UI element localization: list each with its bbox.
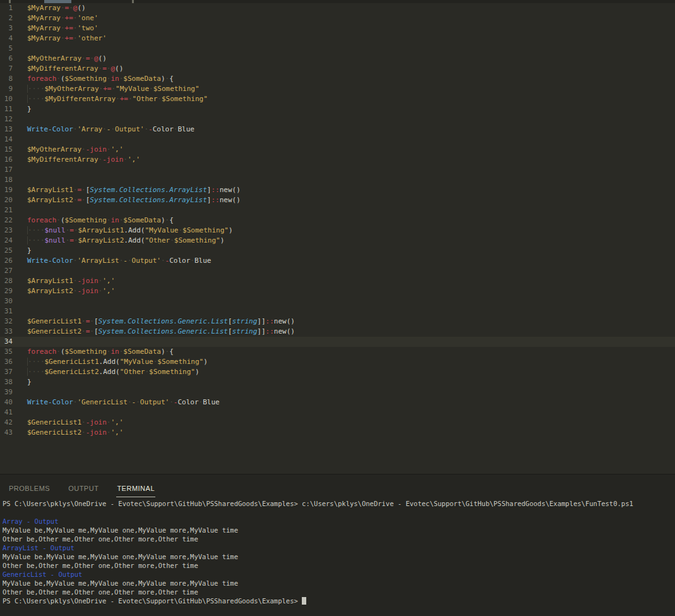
- code-line[interactable]: 25}: [0, 246, 675, 256]
- line-number[interactable]: 22: [0, 215, 13, 226]
- code-line[interactable]: 14: [0, 135, 675, 145]
- code-line[interactable]: 11}: [0, 104, 675, 114]
- line-number[interactable]: 38: [0, 377, 13, 387]
- code-line[interactable]: 9····$MyOtherArray·+=·"MyValue·$Somethin…: [0, 84, 675, 94]
- line-number[interactable]: 37: [0, 367, 13, 377]
- line-number[interactable]: 10: [0, 94, 13, 104]
- whitespace-dot: ·: [36, 95, 40, 103]
- code-line[interactable]: 10····$MyDifferentArray·+=·"Other·$Somet…: [0, 94, 675, 104]
- code-text: $MyArray·+=·'two': [13, 23, 99, 33]
- code-line[interactable]: 19$ArrayList1·=·[System.Collections.Arra…: [0, 185, 675, 195]
- code-line[interactable]: 37····$GenericList2.Add("Other·$Somethin…: [0, 367, 675, 377]
- code-line[interactable]: 30: [0, 296, 675, 306]
- code-line[interactable]: 27: [0, 266, 675, 276]
- code-text: $ArrayList2·-join·',': [13, 286, 115, 296]
- line-number[interactable]: 27: [0, 266, 13, 276]
- code-line[interactable]: 22foreach·($Something·in·$SomeData)·{: [0, 215, 675, 226]
- line-number[interactable]: 12: [0, 114, 13, 124]
- code-token: [: [94, 327, 99, 335]
- line-number[interactable]: 17: [0, 165, 13, 175]
- code-editor[interactable]: 1$MyArray·=·@()2$MyArray·+=·'one'3$MyArr…: [0, 3, 675, 474]
- code-line[interactable]: 7$MyDifferentArray·=·@(): [0, 64, 675, 74]
- code-line[interactable]: 1$MyArray·=·@(): [0, 3, 675, 13]
- code-line[interactable]: 43$GenericList2·-join·',': [0, 428, 675, 438]
- line-number[interactable]: 16: [0, 155, 13, 165]
- code-line[interactable]: 15$MyOtherArray·-join·',': [0, 145, 675, 155]
- line-number[interactable]: 29: [0, 286, 13, 296]
- line-number[interactable]: 7: [0, 64, 13, 74]
- line-number[interactable]: 2: [0, 13, 13, 23]
- code-line[interactable]: 35foreach·($Something·in·$SomeData)·{: [0, 347, 675, 357]
- line-number[interactable]: 5: [0, 44, 13, 54]
- code-line[interactable]: 29$ArrayList2·-join·',': [0, 286, 675, 296]
- panel-tab-terminal[interactable]: TERMINAL: [116, 481, 155, 497]
- code-line[interactable]: 16$MyDifferentArray·-join·',': [0, 155, 675, 165]
- code-line[interactable]: 42$GenericList1·-join·',': [0, 418, 675, 428]
- code-line[interactable]: 23····$null·=·$ArrayList1.Add("MyValue·$…: [0, 226, 675, 236]
- panel-tab-output[interactable]: OUTPUT: [68, 481, 99, 497]
- line-number[interactable]: 30: [0, 296, 13, 306]
- line-number[interactable]: 39: [0, 387, 13, 397]
- code-line[interactable]: 31: [0, 306, 675, 317]
- line-number[interactable]: 11: [0, 104, 13, 114]
- code-line[interactable]: 28$ArrayList1·-join·',': [0, 276, 675, 286]
- code-line[interactable]: 41: [0, 408, 675, 418]
- line-number[interactable]: 21: [0, 205, 13, 215]
- code-line[interactable]: 24····$null·=·$ArrayList2.Add("Other·$So…: [0, 236, 675, 246]
- code-line[interactable]: 21: [0, 205, 675, 215]
- whitespace-dot: ·: [40, 95, 45, 103]
- code-line[interactable]: 26Write-Color·'ArrayList·-·Output'·-Colo…: [0, 256, 675, 266]
- panel-tab-problems[interactable]: PROBLEMS: [8, 481, 51, 497]
- line-number[interactable]: 9: [0, 84, 13, 94]
- code-text: [13, 44, 27, 54]
- line-number[interactable]: 1: [0, 3, 13, 13]
- line-number[interactable]: 6: [0, 54, 13, 64]
- line-number[interactable]: 34: [0, 337, 13, 347]
- line-number[interactable]: 36: [0, 357, 13, 367]
- code-line[interactable]: 34: [0, 337, 675, 347]
- terminal[interactable]: PS C:\Users\pklys\OneDrive - Evotec\Supp…: [0, 497, 675, 605]
- line-number[interactable]: 24: [0, 236, 13, 246]
- line-number[interactable]: 15: [0, 145, 13, 155]
- line-number[interactable]: 28: [0, 276, 13, 286]
- code-line[interactable]: 32$GenericList1·=·[System.Collections.Ge…: [0, 317, 675, 327]
- line-number[interactable]: 20: [0, 195, 13, 205]
- code-line[interactable]: 8foreach·($Something·in·$SomeData)·{: [0, 74, 675, 84]
- line-number[interactable]: 4: [0, 33, 13, 44]
- line-number[interactable]: 35: [0, 347, 13, 357]
- code-line[interactable]: 2$MyArray·+=·'one': [0, 13, 675, 23]
- line-number[interactable]: 14: [0, 135, 13, 145]
- code-text: [13, 114, 27, 124]
- line-number[interactable]: 3: [0, 23, 13, 33]
- code-line[interactable]: 33$GenericList2·=·[System.Collections.Ge…: [0, 327, 675, 337]
- code-line[interactable]: 4$MyArray·+=·'other': [0, 33, 675, 44]
- line-number[interactable]: 8: [0, 74, 13, 84]
- line-number[interactable]: 41: [0, 408, 13, 418]
- code-token: foreach·: [27, 216, 61, 224]
- code-line[interactable]: 38}: [0, 377, 675, 387]
- code-line[interactable]: 5: [0, 44, 675, 54]
- line-number[interactable]: 18: [0, 175, 13, 185]
- code-line[interactable]: 12: [0, 114, 675, 124]
- code-line[interactable]: 13Write-Color·'Array·-·Output'·-Color·Bl…: [0, 124, 675, 135]
- line-number[interactable]: 19: [0, 185, 13, 195]
- code-line[interactable]: 20$ArrayList2·=·[System.Collections.Arra…: [0, 195, 675, 205]
- line-number[interactable]: 43: [0, 428, 13, 438]
- line-number[interactable]: 31: [0, 306, 13, 317]
- code-line[interactable]: 17: [0, 165, 675, 175]
- line-number[interactable]: 32: [0, 317, 13, 327]
- line-number[interactable]: 33: [0, 327, 13, 337]
- line-number[interactable]: 26: [0, 256, 13, 266]
- line-number[interactable]: 42: [0, 418, 13, 428]
- code-line[interactable]: 3$MyArray·+=·'two': [0, 23, 675, 33]
- code-line[interactable]: 36····$GenericList1.Add("MyValue·$Someth…: [0, 357, 675, 367]
- code-line[interactable]: 40Write-Color·'GenericList·-·Output'·-Co…: [0, 397, 675, 408]
- code-line[interactable]: 6$MyOtherArray·=·@(): [0, 54, 675, 64]
- line-number[interactable]: 25: [0, 246, 13, 256]
- line-number[interactable]: 40: [0, 397, 13, 408]
- code-token: =·: [77, 196, 85, 204]
- line-number[interactable]: 13: [0, 124, 13, 135]
- code-line[interactable]: 39: [0, 387, 675, 397]
- code-line[interactable]: 18: [0, 175, 675, 185]
- line-number[interactable]: 23: [0, 226, 13, 236]
